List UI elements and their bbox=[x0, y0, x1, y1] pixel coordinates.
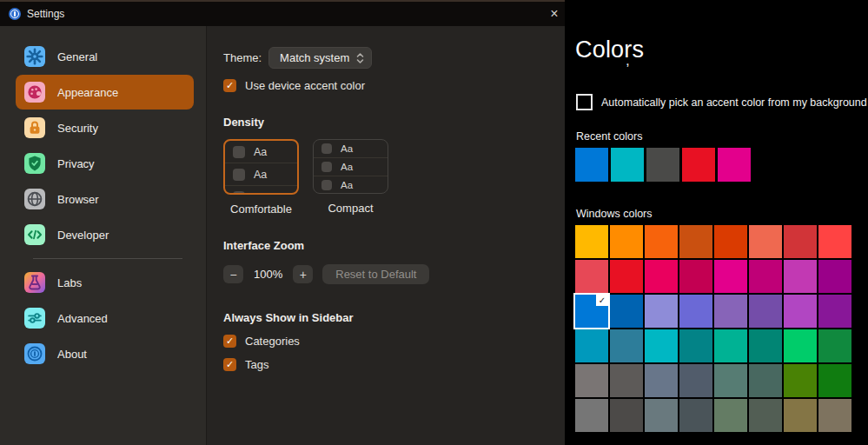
recent-colors-swatches bbox=[575, 148, 751, 182]
sidebar-item-advanced[interactable]: Advanced bbox=[16, 301, 194, 335]
palette-icon bbox=[24, 82, 45, 103]
windows-color-swatch[interactable] bbox=[749, 295, 782, 328]
recent-color-swatch[interactable] bbox=[682, 148, 715, 182]
windows-color-swatch[interactable] bbox=[679, 260, 712, 293]
windows-color-swatch[interactable] bbox=[645, 260, 678, 293]
windows-color-swatch[interactable] bbox=[784, 260, 817, 293]
windows-color-swatch[interactable] bbox=[714, 329, 747, 362]
windows-color-swatch[interactable] bbox=[818, 225, 851, 258]
windows-color-swatch[interactable] bbox=[749, 260, 782, 293]
close-button[interactable]: × bbox=[544, 4, 565, 23]
windows-color-swatch[interactable] bbox=[645, 225, 678, 258]
app-logo-icon bbox=[9, 8, 21, 20]
windows-color-swatch-selected[interactable]: ✓ bbox=[575, 295, 608, 328]
sidebar-item-security[interactable]: Security bbox=[16, 110, 194, 145]
sidebar-item-privacy[interactable]: Privacy bbox=[16, 146, 194, 181]
windows-color-swatch[interactable] bbox=[749, 329, 782, 362]
windows-color-swatch[interactable] bbox=[575, 364, 608, 397]
windows-color-swatch[interactable] bbox=[818, 364, 851, 397]
window-title: Settings bbox=[27, 8, 64, 20]
windows-color-swatch[interactable] bbox=[714, 295, 747, 328]
windows-color-swatch[interactable] bbox=[714, 364, 747, 397]
sidebar-item-browser[interactable]: Browser bbox=[16, 182, 194, 216]
windows-color-swatch[interactable] bbox=[714, 260, 747, 293]
recent-color-swatch[interactable] bbox=[646, 148, 679, 182]
preview-checkbox bbox=[321, 180, 332, 190]
density-preview-row: Aa bbox=[225, 141, 297, 163]
windows-color-swatch[interactable] bbox=[714, 399, 747, 432]
windows-color-swatch[interactable] bbox=[645, 364, 678, 397]
checkbox-label: Categories bbox=[245, 335, 300, 348]
windows-color-swatch[interactable] bbox=[610, 260, 643, 293]
preview-checkbox bbox=[233, 191, 245, 196]
sidebar-item-labs[interactable]: Labs bbox=[16, 265, 194, 300]
windows-color-swatch[interactable] bbox=[610, 329, 643, 362]
zoom-decrease-button[interactable]: − bbox=[223, 265, 243, 283]
windows-color-swatch[interactable] bbox=[818, 295, 851, 328]
sidebar-item-developer[interactable]: Developer bbox=[16, 217, 194, 252]
sidebar-item-about[interactable]: About bbox=[16, 336, 194, 371]
windows-color-swatch[interactable] bbox=[645, 399, 678, 432]
accent-checkbox-row[interactable]: ✓ Use device accent color bbox=[223, 79, 565, 92]
tags-checkbox[interactable]: ✓ bbox=[223, 358, 236, 371]
windows-color-swatch[interactable] bbox=[645, 329, 678, 362]
windows-color-swatch[interactable] bbox=[575, 260, 608, 293]
preview-checkbox bbox=[321, 162, 332, 172]
preview-text: Aa bbox=[341, 143, 353, 154]
preview-checkbox bbox=[321, 143, 332, 154]
windows-color-swatch[interactable] bbox=[679, 225, 712, 258]
windows-color-swatch[interactable] bbox=[784, 295, 817, 328]
windows-color-swatch[interactable] bbox=[784, 399, 817, 432]
reset-to-default-button[interactable]: Reset to Default bbox=[322, 264, 429, 284]
windows-color-swatch[interactable] bbox=[749, 225, 782, 258]
recent-color-swatch[interactable] bbox=[718, 148, 751, 182]
sidebar-item-general[interactable]: General bbox=[16, 39, 194, 74]
always-show-item-categories[interactable]: ✓Categories bbox=[223, 335, 565, 348]
windows-color-swatch[interactable] bbox=[679, 295, 712, 328]
zoom-increase-button[interactable]: + bbox=[293, 265, 313, 283]
preview-text: Aa bbox=[254, 146, 267, 158]
windows-color-swatch[interactable] bbox=[714, 225, 747, 258]
windows-color-swatch[interactable] bbox=[645, 295, 678, 328]
theme-select[interactable]: Match system bbox=[268, 47, 372, 69]
windows-color-swatch[interactable] bbox=[818, 399, 851, 432]
recent-color-swatch[interactable] bbox=[575, 148, 608, 182]
sidebar-item-label: Labs bbox=[57, 276, 82, 289]
selected-check-icon: ✓ bbox=[596, 295, 608, 306]
windows-color-swatch[interactable] bbox=[749, 399, 782, 432]
windows-color-swatch[interactable] bbox=[610, 399, 643, 432]
shield-icon bbox=[24, 153, 45, 174]
windows-color-swatch[interactable] bbox=[575, 225, 608, 258]
always-show-heading: Always Show in Sidebar bbox=[223, 311, 565, 324]
windows-color-swatch[interactable] bbox=[818, 260, 851, 293]
windows-color-swatch[interactable] bbox=[749, 364, 782, 397]
sidebar-item-label: About bbox=[57, 348, 87, 361]
auto-accent-row[interactable]: Automatically pick an accent color from … bbox=[576, 94, 868, 110]
windows-color-swatch[interactable] bbox=[679, 399, 712, 432]
categories-checkbox[interactable]: ✓ bbox=[223, 335, 236, 348]
windows-color-swatch[interactable] bbox=[610, 295, 643, 328]
windows-color-swatch[interactable] bbox=[679, 364, 712, 397]
windows-color-swatch[interactable] bbox=[575, 329, 608, 362]
windows-color-swatch[interactable] bbox=[784, 329, 817, 362]
interface-zoom-heading: Interface Zoom bbox=[223, 239, 565, 252]
windows-color-swatch[interactable] bbox=[610, 364, 643, 397]
windows-color-swatch[interactable] bbox=[679, 329, 712, 362]
windows-color-swatch[interactable] bbox=[784, 364, 817, 397]
accent-checkbox-label: Use device accent color bbox=[245, 79, 365, 92]
colors-title: Colors bbox=[575, 37, 644, 63]
density-option-comfortable[interactable]: AaAaAa bbox=[223, 139, 299, 195]
always-show-item-tags[interactable]: ✓Tags bbox=[223, 358, 565, 371]
windows-color-swatch[interactable] bbox=[610, 225, 643, 258]
windows-color-swatch[interactable] bbox=[818, 329, 851, 362]
checkbox-label: Tags bbox=[245, 358, 268, 371]
windows-color-swatch[interactable] bbox=[575, 399, 608, 432]
auto-accent-checkbox[interactable] bbox=[576, 94, 593, 110]
accent-checkbox[interactable]: ✓ bbox=[223, 79, 236, 92]
sidebar-item-label: Security bbox=[57, 122, 98, 135]
sidebar-item-appearance[interactable]: Appearance bbox=[16, 75, 194, 110]
recent-color-swatch[interactable] bbox=[611, 148, 644, 182]
windows-colors-panel: Colors , Automatically pick an accent co… bbox=[565, 0, 868, 445]
density-option-compact[interactable]: AaAaAa bbox=[313, 139, 388, 194]
windows-color-swatch[interactable] bbox=[784, 225, 817, 258]
